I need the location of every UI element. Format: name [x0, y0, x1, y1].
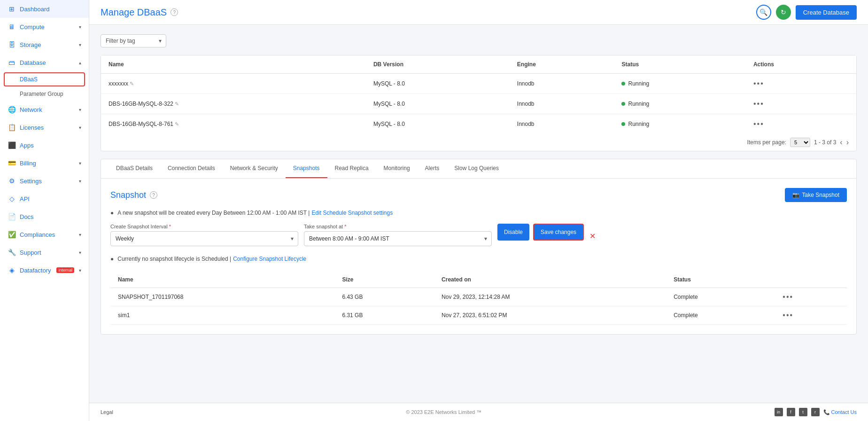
sidebar-item-label: Database [20, 59, 46, 66]
content-area: Filter by tag Name DB Version Engine Sta… [89, 25, 868, 403]
snap-actions-menu[interactable]: ••• [783, 311, 793, 319]
sidebar-item-label: Licenses [20, 124, 44, 131]
time-select[interactable]: Between 8:00 AM - 9:00 AM IST Between 12… [304, 231, 492, 246]
search-icon-button[interactable]: 🔍 [756, 5, 771, 20]
sidebar-item-licenses[interactable]: 📋 Licenses ▾ [0, 118, 89, 136]
rss-icon[interactable]: r [811, 408, 820, 416]
time-form-group: Take snapshot at * Between 8:00 AM - 9:0… [304, 224, 492, 246]
db-actions[interactable]: ••• [746, 114, 856, 134]
tab-network-security[interactable]: Network & Security [223, 159, 286, 178]
sidebar-item-compliances[interactable]: ✅ Compliances ▾ [0, 226, 89, 243]
datafactory-icon: ◈ [8, 266, 16, 274]
table-row[interactable]: xxxxxxx ✎ MySQL - 8.0 Innodb Running ••• [101, 74, 856, 94]
db-status: Running [614, 94, 745, 114]
parameter-group-label: Parameter Group [20, 91, 63, 97]
actions-menu-button[interactable]: ••• [753, 79, 764, 87]
snapshot-table: Name Size Created on Status SNAPSHOT_170… [110, 272, 847, 325]
take-snapshot-button[interactable]: 📷 Take Snapshot [785, 188, 847, 202]
chevron-down-icon: ▾ [79, 125, 81, 130]
chevron-down-icon: ▾ [79, 42, 81, 47]
sidebar-item-support[interactable]: 🔧 Support ▾ [0, 243, 89, 261]
tab-slow-log-queries[interactable]: Slow Log Queries [447, 159, 506, 178]
sidebar-item-label: Compute [20, 23, 45, 31]
snap-col-actions [775, 272, 847, 288]
apps-icon: ⬛ [8, 141, 16, 149]
snap-name: sim1 [110, 306, 334, 325]
tab-snapshots[interactable]: Snapshots [286, 159, 327, 178]
tab-monitoring[interactable]: Monitoring [376, 159, 418, 178]
prev-page-button[interactable]: ‹ [840, 138, 842, 147]
sidebar-item-database[interactable]: 🗃 Database ▴ [0, 54, 89, 71]
sidebar-item-datafactory[interactable]: ◈ Datafactory internal ▾ [0, 261, 89, 279]
table-row[interactable]: DBS-16GB-MySQL-8-322 ✎ MySQL - 8.0 Innod… [101, 94, 856, 114]
snap-actions[interactable]: ••• [775, 288, 847, 306]
sidebar-item-label: Billing [20, 160, 36, 167]
close-form-button[interactable]: ✕ [588, 232, 597, 241]
footer-center: © 2023 E2E Networks Limited ™ [406, 409, 481, 415]
actions-menu-button[interactable]: ••• [753, 100, 764, 108]
tab-alerts[interactable]: Alerts [418, 159, 447, 178]
sidebar-item-label: API [20, 195, 30, 203]
snap-actions[interactable]: ••• [775, 306, 847, 325]
twitter-icon[interactable]: t [799, 408, 807, 416]
next-page-button[interactable]: › [846, 138, 849, 147]
sidebar-item-dbaas[interactable]: DBaaS [4, 72, 85, 86]
db-status: Running [614, 74, 745, 94]
sidebar-item-settings[interactable]: ⚙ Settings ▾ [0, 172, 89, 190]
db-table-container: Name DB Version Engine Status Actions xx… [101, 55, 857, 151]
licenses-icon: 📋 [8, 123, 16, 132]
facebook-icon[interactable]: f [787, 408, 795, 416]
tab-dbaas-details[interactable]: DBaaS Details [108, 159, 160, 178]
sidebar-item-billing[interactable]: 💳 Billing ▾ [0, 154, 89, 172]
save-changes-button[interactable]: Save changes [533, 224, 584, 241]
sidebar-item-docs[interactable]: 📄 Docs [0, 208, 89, 226]
edit-schedule-link[interactable]: Edit Schedule Snapshot settings [311, 210, 393, 216]
table-row[interactable]: DBS-16GB-MySQL-8-761 ✎ MySQL - 8.0 Innod… [101, 114, 856, 134]
sidebar-item-apps[interactable]: ⬛ Apps [0, 136, 89, 154]
db-actions[interactable]: ••• [746, 94, 856, 114]
lifecycle-info-bar: Currently no snapshot lifecycle is Sched… [110, 256, 847, 262]
refresh-icon-button[interactable]: ↻ [776, 5, 791, 20]
snap-size: 6.31 GB [334, 306, 434, 325]
form-actions: Disable Save changes ✕ [497, 224, 597, 241]
items-per-page-select[interactable]: 5 10 [790, 138, 810, 147]
help-icon[interactable]: ? [170, 8, 178, 16]
sidebar: ⊞ Dashboard 🖥 Compute ▾ 🗄 Storage ▾ 🗃 Da… [0, 0, 89, 421]
chevron-down-icon: ▾ [79, 232, 81, 237]
sidebar-item-network[interactable]: 🌐 Network ▾ [0, 101, 89, 118]
snap-col-name: Name [110, 272, 334, 288]
contact-us-link[interactable]: 📞 Contact Us [823, 409, 857, 415]
sidebar-item-label: Dashboard [20, 6, 50, 13]
snap-actions-menu[interactable]: ••• [783, 293, 793, 301]
interval-label: Create Snapshot Interval * [110, 224, 298, 229]
sidebar-item-parameter-group[interactable]: Parameter Group [0, 87, 89, 101]
sidebar-item-compute[interactable]: 🖥 Compute ▾ [0, 18, 89, 36]
footer-legal[interactable]: Legal [101, 409, 113, 415]
chevron-down-icon: ▾ [79, 161, 81, 166]
create-database-button[interactable]: Create Database [796, 5, 857, 20]
snapshot-row[interactable]: sim1 6.31 GB Nov 27, 2023, 6:51:02 PM Co… [110, 306, 847, 325]
sidebar-item-label: Compliances [20, 231, 55, 238]
interval-select[interactable]: Weekly Daily Monthly [110, 231, 298, 246]
sidebar-item-label: Apps [20, 142, 34, 149]
sidebar-item-api[interactable]: ◇ API [0, 190, 89, 208]
snapshot-help-icon[interactable]: ? [150, 191, 157, 199]
disable-button[interactable]: Disable [497, 224, 529, 241]
camera-icon: 📷 [792, 192, 799, 198]
snapshot-form-row: Create Snapshot Interval * Weekly Daily … [110, 224, 847, 246]
tabs-container: DBaaS DetailsConnection DetailsNetwork &… [101, 159, 857, 335]
sidebar-item-storage[interactable]: 🗄 Storage ▾ [0, 36, 89, 54]
chevron-down-icon: ▾ [79, 268, 81, 273]
network-icon: 🌐 [8, 105, 16, 114]
linkedin-icon[interactable]: in [775, 408, 783, 416]
actions-menu-button[interactable]: ••• [753, 120, 764, 128]
snapshot-row[interactable]: SNAPSHOT_1701197068 6.43 GB Nov 29, 2023… [110, 288, 847, 306]
db-actions[interactable]: ••• [746, 74, 856, 94]
tab-connection-details[interactable]: Connection Details [160, 159, 223, 178]
chevron-down-icon: ▾ [79, 107, 81, 112]
sidebar-item-dashboard[interactable]: ⊞ Dashboard [0, 0, 89, 18]
tab-read-replica[interactable]: Read Replica [327, 159, 376, 178]
filter-by-tag-select[interactable]: Filter by tag [101, 34, 166, 47]
col-name: Name [101, 55, 366, 74]
configure-lifecycle-link[interactable]: Configure Snapshot Lifecycle [233, 256, 306, 262]
